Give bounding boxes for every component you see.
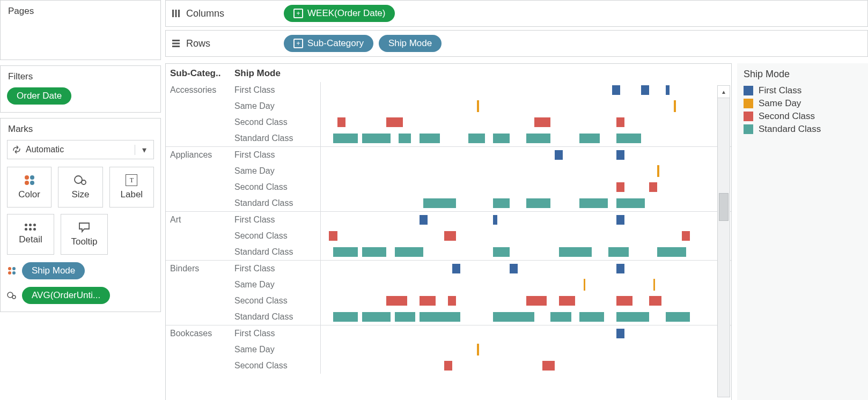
data-mark[interactable] [612, 85, 620, 95]
data-mark[interactable] [477, 344, 479, 355]
data-mark[interactable] [579, 312, 604, 322]
data-mark[interactable] [616, 264, 624, 273]
columns-shelf[interactable]: Columns + WEEK(Order Date) [165, 0, 868, 27]
data-mark[interactable] [329, 231, 337, 241]
plot-lane[interactable] [320, 179, 731, 195]
data-mark[interactable] [649, 296, 661, 306]
data-mark[interactable] [555, 150, 563, 160]
data-mark[interactable] [584, 279, 586, 291]
marks-pill-avg[interactable]: AVG(OrderUnti... [22, 287, 110, 304]
plot-lane[interactable] [320, 98, 731, 114]
plot-lane[interactable] [320, 293, 731, 309]
data-mark[interactable] [510, 264, 518, 273]
columns-pill-week[interactable]: + WEEK(Order Date) [284, 5, 395, 22]
data-mark[interactable] [674, 100, 676, 112]
data-mark[interactable] [477, 100, 479, 112]
data-mark[interactable] [657, 165, 659, 177]
rows-shelf[interactable]: Rows + Sub-Category Ship Mode [165, 30, 868, 57]
marks-color-button[interactable]: Color [7, 167, 52, 208]
viz-canvas[interactable]: Sub-Categ.. Ship Mode AccessoriesFirst C… [165, 63, 732, 400]
data-mark[interactable] [420, 312, 461, 322]
data-mark[interactable] [616, 117, 624, 127]
data-mark[interactable] [444, 231, 457, 241]
data-mark[interactable] [386, 117, 403, 127]
plot-lane[interactable] [320, 163, 731, 179]
data-mark[interactable] [395, 247, 424, 257]
data-mark[interactable] [423, 198, 456, 208]
data-mark[interactable] [448, 296, 456, 306]
data-mark[interactable] [526, 198, 551, 208]
legend-item[interactable]: Same Day [744, 98, 862, 109]
plot-lane[interactable] [320, 261, 731, 277]
data-mark[interactable] [420, 296, 436, 306]
marks-type-dropdown[interactable]: Automatic ▾ [7, 140, 154, 159]
data-mark[interactable] [337, 117, 345, 127]
pages-shelf[interactable]: Pages [0, 0, 161, 60]
data-mark[interactable] [362, 312, 391, 322]
plot-lane[interactable] [320, 325, 731, 342]
scroll-up-icon[interactable]: ▲ [718, 86, 730, 98]
rows-pill-shipmode[interactable]: Ship Mode [379, 35, 442, 52]
plot-lane[interactable] [320, 277, 731, 293]
data-mark[interactable] [362, 247, 387, 257]
plot-lane[interactable] [320, 147, 731, 163]
data-mark[interactable] [493, 134, 510, 143]
data-mark[interactable] [579, 198, 608, 208]
plot-lane[interactable] [320, 342, 731, 358]
data-mark[interactable] [641, 85, 649, 95]
plot-lane[interactable] [320, 309, 731, 325]
plot-lane[interactable] [320, 114, 731, 130]
data-mark[interactable] [616, 134, 641, 143]
data-mark[interactable] [493, 312, 534, 322]
data-mark[interactable] [616, 198, 645, 208]
plot-lane[interactable] [320, 82, 731, 98]
marks-size-button[interactable]: Size [58, 167, 102, 208]
data-mark[interactable] [420, 215, 428, 225]
data-mark[interactable] [333, 247, 358, 257]
plot-lane[interactable] [320, 130, 731, 146]
legend-item[interactable]: Standard Class [744, 124, 862, 135]
data-mark[interactable] [616, 329, 624, 338]
data-mark[interactable] [616, 296, 633, 306]
data-mark[interactable] [493, 247, 510, 257]
data-mark[interactable] [653, 279, 656, 291]
data-mark[interactable] [399, 134, 411, 143]
data-mark[interactable] [493, 198, 510, 208]
legend-item[interactable]: Second Class [744, 111, 862, 122]
plot-lane[interactable] [320, 195, 731, 211]
dropdown-caret-icon[interactable]: ▾ [135, 145, 153, 155]
marks-detail-button[interactable]: Detail [7, 214, 54, 255]
plot-lane[interactable] [320, 212, 731, 228]
data-mark[interactable] [616, 182, 624, 192]
filter-pill-order-date[interactable]: Order Date [7, 87, 71, 105]
marks-label-button[interactable]: T Label [109, 167, 154, 208]
plot-lane[interactable] [320, 228, 731, 244]
plot-lane[interactable] [320, 358, 731, 374]
data-mark[interactable] [682, 231, 690, 241]
data-mark[interactable] [386, 296, 407, 306]
data-mark[interactable] [333, 134, 358, 143]
marks-tooltip-button[interactable]: Tooltip [61, 214, 108, 255]
data-mark[interactable] [579, 134, 600, 143]
data-mark[interactable] [526, 134, 551, 143]
vertical-scrollbar[interactable]: ▲ [717, 85, 730, 397]
data-mark[interactable] [444, 361, 452, 371]
data-mark[interactable] [420, 134, 440, 143]
scroll-thumb[interactable] [719, 193, 729, 221]
legend-item[interactable]: First Class [744, 85, 862, 96]
data-mark[interactable] [657, 247, 686, 257]
data-mark[interactable] [395, 312, 415, 322]
data-mark[interactable] [649, 182, 657, 192]
data-mark[interactable] [616, 215, 624, 225]
color-legend[interactable]: Ship Mode First ClassSame DaySecond Clas… [737, 63, 868, 400]
data-mark[interactable] [559, 296, 576, 306]
plot-lane[interactable] [320, 244, 731, 260]
data-mark[interactable] [493, 215, 497, 225]
data-mark[interactable] [666, 312, 690, 322]
data-mark[interactable] [333, 312, 358, 322]
data-mark[interactable] [362, 134, 391, 143]
data-mark[interactable] [468, 134, 485, 143]
marks-pill-shipmode[interactable]: Ship Mode [22, 262, 85, 279]
rows-pill-subcategory[interactable]: + Sub-Category [284, 35, 373, 52]
data-mark[interactable] [616, 312, 649, 322]
